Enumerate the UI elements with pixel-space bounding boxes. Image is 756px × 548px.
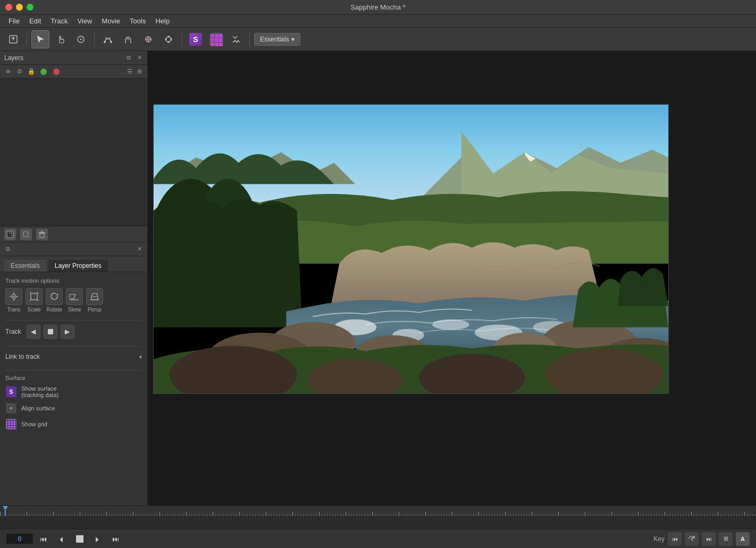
track-controls: Track ◀ ▶ <box>5 325 142 339</box>
magnet-tool[interactable] <box>119 30 137 48</box>
warp-tool[interactable] <box>227 30 245 48</box>
layers-green-icon[interactable] <box>39 68 48 76</box>
transport-right: Key ⏮ ⏭ ⊞ A <box>653 532 750 546</box>
playhead[interactable] <box>3 506 8 517</box>
essentials-label: Essentials <box>260 36 289 43</box>
menu-view[interactable]: View <box>73 16 96 26</box>
svg-point-15 <box>40 69 47 75</box>
scale-icon <box>26 288 43 305</box>
rotate-btn[interactable]: Rotate <box>46 288 63 313</box>
layers-grid-icon[interactable]: ⊞ <box>136 68 143 75</box>
create-curve-tool[interactable] <box>99 30 117 48</box>
layers-header: Layers ⧉ ✕ <box>0 51 147 65</box>
playhead-triangle <box>3 506 8 510</box>
trans-btn[interactable]: Trans <box>5 288 22 313</box>
svg-point-2 <box>80 38 82 40</box>
export-tool[interactable] <box>4 30 22 48</box>
key-a-btn[interactable]: A <box>736 532 750 546</box>
divider-2 <box>5 346 142 347</box>
link-to-track-label: Link to track <box>5 353 40 360</box>
canvas-image <box>153 104 669 394</box>
timeline-track[interactable] <box>0 517 756 529</box>
main-content: Layers ⧉ ✕ 👁 ⚙ 🔒 ☰ ⊞ <box>0 51 756 505</box>
props-tabs: Essentials Layer Properties <box>0 256 147 272</box>
props-close-icon[interactable]: ✕ <box>136 246 143 253</box>
menu-file[interactable]: File <box>4 16 24 26</box>
delete-layer-btn[interactable] <box>36 229 48 240</box>
layers-controls: ⧉ ✕ <box>125 54 143 62</box>
close-button[interactable] <box>5 4 12 11</box>
circle-tool[interactable] <box>72 30 90 48</box>
skew-btn[interactable]: Skew <box>66 288 83 313</box>
step-back-btn[interactable]: ⏴ <box>54 532 69 546</box>
menu-help[interactable]: Help <box>151 16 174 26</box>
link-dropdown-arrow[interactable]: ▾ <box>139 354 142 360</box>
play-btn[interactable]: ⏭ <box>108 532 123 546</box>
svg-point-6 <box>109 37 111 39</box>
show-grid-row[interactable]: Show grid <box>5 418 142 430</box>
key-loop-btn[interactable] <box>685 532 699 546</box>
ruler-ticks <box>0 506 756 516</box>
delete-point-tool[interactable] <box>139 30 157 48</box>
rotate-label: Rotate <box>46 307 62 313</box>
hand-tool[interactable] <box>52 30 70 48</box>
circle-spline-tool[interactable] <box>159 30 178 48</box>
svg-rect-26 <box>69 294 75 299</box>
layers-close-icon[interactable]: ✕ <box>136 54 143 62</box>
svg-point-35 <box>432 319 469 330</box>
app-title: Sapphire Mocha * <box>350 3 405 11</box>
tab-layer-properties[interactable]: Layer Properties <box>48 260 108 272</box>
essentials-dropdown[interactable]: Essentials ▾ <box>254 33 300 46</box>
timeline-area: 0 ⏮ ⏴ ⏵ ⏭ Key ⏮ ⏭ ⊞ A <box>0 505 756 548</box>
link-to-track-row: Link to track ▾ <box>5 351 142 362</box>
layers-menu-icon[interactable]: ☰ <box>126 68 133 75</box>
track-stop-btn[interactable] <box>44 325 57 339</box>
align-surface-row[interactable]: Align surface <box>5 402 142 414</box>
menu-movie[interactable]: Movie <box>97 16 124 26</box>
timeline-ruler[interactable] <box>0 506 756 517</box>
layers-gear-icon[interactable]: ⚙ <box>16 68 23 75</box>
props-content: Track motion options Trans <box>0 272 147 505</box>
svg-point-7 <box>127 38 129 40</box>
step-fwd-btn[interactable]: ⏵ <box>90 532 105 546</box>
select-tool[interactable] <box>31 30 49 48</box>
track-fwd-btn[interactable]: ▶ <box>61 325 74 339</box>
svg-rect-22 <box>41 231 43 233</box>
key-grid-btn[interactable]: ⊞ <box>719 532 733 546</box>
align-surface-label: Align surface <box>21 405 55 411</box>
show-surface-icon: S <box>5 386 17 398</box>
menu-tools[interactable]: Tools <box>125 16 150 26</box>
motion-options: Trans Scale <box>5 288 142 313</box>
svg-rect-21 <box>40 233 44 238</box>
maximize-button[interactable] <box>27 4 33 11</box>
layers-float-icon[interactable]: ⧉ <box>125 54 132 62</box>
stop-btn[interactable] <box>72 532 87 546</box>
align-surface-icon <box>5 402 17 414</box>
trans-icon <box>5 288 22 305</box>
key-label: Key <box>653 535 665 543</box>
layers-red-icon[interactable] <box>52 68 61 76</box>
tab-essentials[interactable]: Essentials <box>4 260 46 272</box>
key-fwd-btn[interactable]: ⏭ <box>702 532 716 546</box>
s-logo-tool[interactable]: S <box>187 30 205 48</box>
grid-tool[interactable] <box>207 30 225 48</box>
add-layer-btn[interactable] <box>4 229 16 240</box>
layers-lock-icon[interactable]: 🔒 <box>28 68 35 75</box>
duplicate-layer-btn[interactable] <box>20 229 32 240</box>
key-rewind-btn[interactable]: ⏮ <box>668 532 682 546</box>
show-grid-icon <box>5 418 17 430</box>
layers-footer <box>0 226 147 242</box>
surface-title: Surface <box>5 375 142 381</box>
track-back-btn[interactable]: ◀ <box>27 325 40 339</box>
scale-btn[interactable]: Scale <box>26 288 43 313</box>
toolbar-separator-2 <box>94 32 95 47</box>
persp-btn[interactable]: Persp <box>86 288 103 313</box>
minimize-button[interactable] <box>16 4 23 11</box>
menu-edit[interactable]: Edit <box>25 16 45 26</box>
rewind-btn[interactable]: ⏮ <box>36 532 51 546</box>
props-float-icon[interactable]: ⧉ <box>4 246 12 253</box>
menu-track[interactable]: Track <box>46 16 72 26</box>
layers-eye-icon[interactable]: 👁 <box>4 68 12 75</box>
show-surface-row[interactable]: S Show surface(tracking data) <box>5 385 142 398</box>
menu-bar: File Edit Track View Movie Tools Help <box>0 15 756 28</box>
